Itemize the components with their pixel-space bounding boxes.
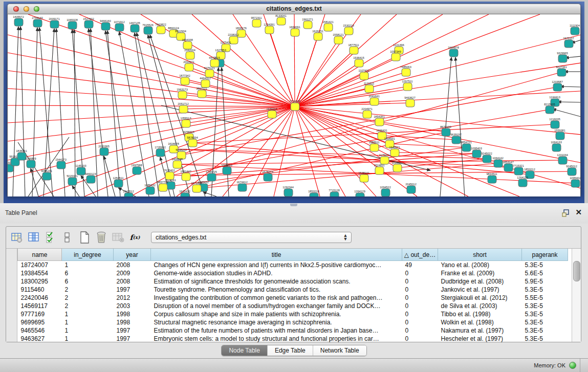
- table-cell[interactable]: 1: [62, 310, 114, 318]
- table-cell[interactable]: Stergiakouli et al. (2012): [438, 294, 522, 302]
- graph-node[interactable]: 1581421: [322, 20, 333, 32]
- graph-edge[interactable]: [56, 29, 65, 196]
- table-cell[interactable]: 2008: [114, 277, 151, 286]
- graph-node[interactable]: 1626151: [312, 30, 323, 41]
- graph-node[interactable]: 1654338: [182, 38, 192, 50]
- graph-node[interactable]: 1264123: [517, 176, 528, 187]
- graph-node[interactable]: 1664878: [448, 46, 459, 57]
- table-cell[interactable]: 1: [62, 335, 114, 343]
- table-row[interactable]: 1938455462009Genome-wide association stu…: [18, 269, 568, 277]
- graph-node[interactable]: 1409948: [171, 158, 182, 169]
- graph-edge[interactable]: [74, 30, 75, 196]
- table-cell[interactable]: Estimation of significance thresholds fo…: [151, 277, 402, 286]
- graph-node[interactable]: 9329965: [557, 52, 568, 63]
- graph-node[interactable]: 1064142: [492, 157, 503, 168]
- graph-edge[interactable]: [295, 63, 359, 106]
- table-cell[interactable]: 5.3E-5: [522, 326, 568, 335]
- graph-node[interactable]: 1936415: [353, 56, 364, 68]
- graph-node[interactable]: 1094522: [380, 186, 390, 197]
- graph-edge[interactable]: [13, 27, 18, 196]
- tab-network-table[interactable]: Network Table: [313, 345, 366, 356]
- graph-node[interactable]: 1961271: [302, 18, 313, 29]
- table-cell[interactable]: 0: [402, 310, 438, 318]
- graph-edge[interactable]: [173, 149, 487, 159]
- graph-node[interactable]: 1877342: [179, 74, 190, 85]
- table-row[interactable]: 1456911722003Disruption of a novel membe…: [18, 302, 568, 310]
- table-cell[interactable]: 0: [402, 318, 438, 326]
- graph-node[interactable]: 9245012: [566, 165, 577, 176]
- close-window-icon[interactable]: [13, 6, 19, 12]
- graph-node[interactable]: 1111904: [570, 24, 580, 35]
- table-cell[interactable]: 5.3E-5: [522, 310, 568, 318]
- float-panel-icon[interactable]: [562, 209, 570, 217]
- table-cell[interactable]: 9699695: [18, 318, 62, 326]
- graph-node[interactable]: 8215935: [544, 103, 555, 114]
- graph-node[interactable]: 1524811: [374, 164, 384, 175]
- table-row[interactable]: 2242004622012Investigating the contribut…: [18, 294, 568, 302]
- table-cell[interactable]: Hescheler et al. (1997): [438, 335, 522, 343]
- graph-node[interactable]: 1530218: [343, 24, 354, 35]
- graph-node[interactable]: 1558121: [333, 33, 343, 45]
- graph-node[interactable]: 1405572: [13, 15, 24, 27]
- table-cell[interactable]: Jankovic et al. (1997): [438, 286, 522, 294]
- graph-node[interactable]: 1674412: [236, 181, 247, 192]
- graph-node[interactable]: 1216035: [549, 118, 560, 129]
- graph-edge[interactable]: [8, 71, 295, 106]
- table-cell[interactable]: 1997: [114, 286, 151, 294]
- table-cell[interactable]: Wolkin et al. (1998): [438, 318, 522, 326]
- graph-node[interactable]: 1297511: [402, 80, 412, 91]
- graph-edge[interactable]: [295, 35, 580, 106]
- graph-edge[interactable]: [20, 27, 25, 196]
- graph-edge[interactable]: [91, 29, 98, 196]
- table-cell[interactable]: 5.3E-5: [522, 261, 568, 270]
- table-row[interactable]: 977716911998Corpus callosum shape and si…: [18, 310, 568, 318]
- table-cell[interactable]: 6: [62, 269, 114, 277]
- network-window[interactable]: citations_edges.txt 14055722769140200917…: [7, 4, 581, 195]
- zoom-window-icon[interactable]: [34, 6, 39, 12]
- function-builder-icon[interactable]: f(x): [128, 231, 142, 245]
- table-row[interactable]: 969969511998Structural magnetic resonanc…: [18, 318, 568, 326]
- table-cell[interactable]: 0: [402, 269, 438, 277]
- graph-node[interactable]: 1678273: [262, 170, 273, 182]
- table-cell[interactable]: 5.9E-5: [522, 277, 568, 286]
- graph-node[interactable]: 1853147: [503, 161, 513, 172]
- table-cell[interactable]: 2: [62, 302, 114, 310]
- scrollbar-thumb[interactable]: [573, 261, 580, 281]
- graph-node[interactable]: 1121611: [364, 82, 375, 93]
- table-row[interactable]: 946554611997Estimation of the future num…: [18, 326, 568, 335]
- graph-node[interactable]: 9639197: [450, 133, 461, 144]
- graph-node[interactable]: 1854351: [374, 115, 384, 126]
- minimize-window-icon[interactable]: [24, 6, 29, 12]
- table-cell[interactable]: 14569117: [18, 302, 62, 310]
- table-cell[interactable]: 9777169: [18, 310, 62, 318]
- graph-node[interactable]: 9466160: [100, 19, 111, 31]
- table-cell[interactable]: 1998: [114, 318, 151, 326]
- column-header-short[interactable]: short: [438, 249, 522, 261]
- network-window-titlebar[interactable]: citations_edges.txt: [7, 4, 581, 14]
- table-cell[interactable]: 2008: [114, 261, 151, 270]
- table-cell[interactable]: 2012: [114, 294, 151, 302]
- graph-node[interactable]: 1997588: [131, 164, 142, 175]
- graph-edge[interactable]: [565, 56, 580, 58]
- graph-edge[interactable]: [295, 50, 354, 106]
- panel-mode-icon[interactable]: [60, 231, 74, 245]
- graph-node[interactable]: 9091231: [41, 169, 52, 181]
- table-cell[interactable]: Franke et al. (2009): [438, 269, 522, 277]
- graph-node[interactable]: 1664091: [289, 26, 300, 37]
- graph-node[interactable]: 9463627: [404, 96, 415, 107]
- graph-node[interactable]: 2342004: [184, 49, 195, 60]
- graph-node[interactable]: 1943512: [123, 190, 134, 197]
- table-cell[interactable]: 5.5E-5: [522, 294, 568, 302]
- graph-edge[interactable]: [31, 168, 38, 196]
- column-header-out_degree[interactable]: △ out_de…: [402, 249, 438, 261]
- table-cell[interactable]: Changes of HCN gene expression and I(f) …: [151, 261, 402, 270]
- graph-node[interactable]: 7915526: [142, 24, 153, 35]
- graph-node[interactable]: 7485063: [400, 65, 411, 77]
- graph-node[interactable]: 1527602: [83, 17, 94, 29]
- delete-column-icon[interactable]: [94, 231, 108, 245]
- divider-handle[interactable]: [290, 204, 297, 206]
- tab-edge-table[interactable]: Edge Table: [267, 345, 313, 356]
- graph-node[interactable]: 1877511: [348, 43, 359, 55]
- attribute-table[interactable]: namein_degreeyeartitle△ out_de…shortpage…: [17, 249, 568, 343]
- column-header-in_degree[interactable]: in_degree: [62, 249, 114, 261]
